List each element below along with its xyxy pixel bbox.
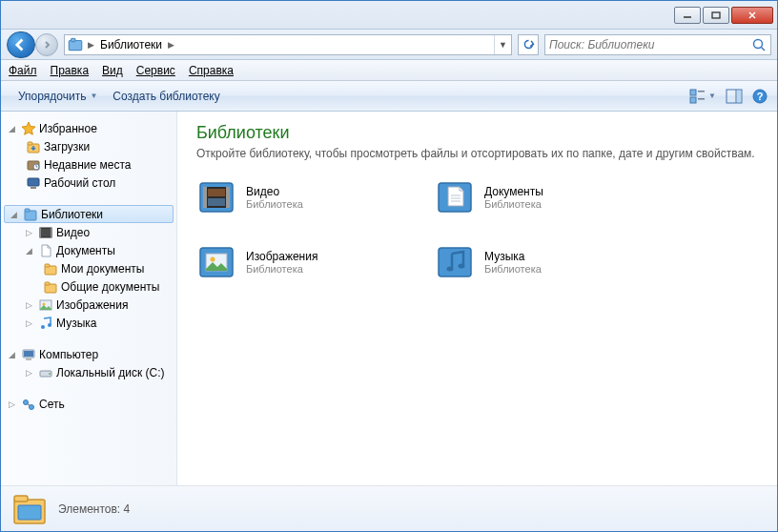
folder-icon xyxy=(43,261,58,276)
tree-favorites[interactable]: ◢Избранное xyxy=(1,119,176,137)
music-library-icon xyxy=(435,242,475,282)
library-video[interactable]: ВидеоБиблиотека xyxy=(196,177,435,217)
back-button[interactable] xyxy=(7,31,35,58)
svg-rect-11 xyxy=(698,98,705,100)
library-pictures[interactable]: ИзображенияБиблиотека xyxy=(196,242,435,282)
libraries-icon xyxy=(23,207,38,222)
address-bar[interactable]: ▶ Библиотеки ▶ ▼ xyxy=(64,34,512,55)
tree-computer[interactable]: ◢Компьютер xyxy=(1,345,176,363)
details-pane: Элементов: 4 xyxy=(1,485,777,531)
svg-rect-62 xyxy=(14,496,28,501)
new-library-button[interactable]: Создать библиотеку xyxy=(105,87,227,106)
explorer-window: ▶ Библиотеки ▶ ▼ Файл Правка Вид Сервис … xyxy=(0,0,778,532)
address-dropdown[interactable]: ▼ xyxy=(494,35,511,54)
menu-bar: Файл Правка Вид Сервис Справка xyxy=(1,60,777,81)
svg-point-59 xyxy=(459,264,465,269)
video-icon xyxy=(38,225,53,240)
body: ◢Избранное Загрузки Недавние места Рабоч… xyxy=(1,112,777,485)
tree-network[interactable]: ▷Сеть xyxy=(1,395,176,413)
library-grid: ВидеоБиблиотека ДокументыБиблиотека Изоб… xyxy=(196,177,758,307)
svg-rect-63 xyxy=(18,505,41,520)
chevron-right-icon[interactable]: ▶ xyxy=(86,40,96,50)
svg-rect-25 xyxy=(40,228,51,237)
forward-button[interactable] xyxy=(35,33,58,56)
library-music[interactable]: МузыкаБиблиотека xyxy=(435,242,673,282)
svg-rect-26 xyxy=(39,228,41,237)
desktop-icon xyxy=(26,175,41,191)
status-count: Элементов: 4 xyxy=(58,502,130,516)
documents-icon xyxy=(38,243,53,258)
svg-text:?: ? xyxy=(757,91,764,102)
documents-library-icon xyxy=(435,177,475,217)
refresh-button[interactable] xyxy=(518,34,539,55)
breadcrumb-libraries[interactable]: Библиотеки xyxy=(96,38,166,51)
svg-rect-22 xyxy=(31,187,36,189)
svg-rect-14 xyxy=(737,91,741,102)
tree-local-disk[interactable]: ▷Локальный диск (C:) xyxy=(1,363,176,381)
svg-point-34 xyxy=(41,325,45,329)
svg-rect-48 xyxy=(208,189,225,196)
minimize-button[interactable] xyxy=(674,7,701,24)
help-button[interactable]: ? xyxy=(752,89,768,104)
tree-music[interactable]: ▷Музыка xyxy=(1,314,176,332)
svg-rect-21 xyxy=(28,178,39,186)
titlebar xyxy=(1,1,777,30)
preview-pane-button[interactable] xyxy=(726,89,743,104)
disk-icon xyxy=(38,365,53,380)
svg-rect-49 xyxy=(208,198,225,206)
page-subtitle: Откройте библиотеку, чтобы просмотреть ф… xyxy=(196,147,758,160)
command-bar: Упорядочить ▼ Создать библиотеку ▼ ? xyxy=(1,81,777,112)
downloads-icon xyxy=(26,139,41,154)
maximize-button[interactable] xyxy=(703,7,729,24)
tree-downloads[interactable]: Загрузки xyxy=(1,137,176,155)
svg-line-7 xyxy=(762,47,766,51)
svg-rect-4 xyxy=(69,40,82,50)
menu-view[interactable]: Вид xyxy=(102,64,123,77)
tree-my-documents[interactable]: Мои документы xyxy=(1,259,176,277)
tree-desktop[interactable]: Рабочий стол xyxy=(1,174,176,192)
menu-tools[interactable]: Сервис xyxy=(136,64,175,77)
menu-file[interactable]: Файл xyxy=(9,64,37,77)
svg-rect-47 xyxy=(226,187,230,208)
tree-pictures[interactable]: ▷Изображения xyxy=(1,296,176,314)
content-pane: Библиотеки Откройте библиотеку, чтобы пр… xyxy=(177,112,777,485)
tree-libraries[interactable]: ◢Библиотеки xyxy=(4,205,174,223)
organize-button[interactable]: Упорядочить ▼ xyxy=(10,87,105,106)
svg-point-6 xyxy=(754,39,763,48)
folder-icon xyxy=(43,279,58,295)
svg-rect-9 xyxy=(698,91,705,92)
libraries-large-icon xyxy=(10,490,49,528)
navigation-pane: ◢Избранное Загрузки Недавние места Рабоч… xyxy=(1,112,177,485)
close-button[interactable] xyxy=(731,7,773,24)
music-icon xyxy=(38,316,53,331)
tree-video[interactable]: ▷Видео xyxy=(1,223,176,241)
recent-icon xyxy=(26,157,41,173)
library-documents[interactable]: ДокументыБиблиотека xyxy=(435,177,673,217)
tree-documents[interactable]: ◢Документы xyxy=(1,241,176,259)
svg-rect-1 xyxy=(712,12,720,18)
svg-line-43 xyxy=(28,403,30,405)
network-icon xyxy=(21,397,36,412)
search-box[interactable] xyxy=(544,34,771,55)
svg-point-35 xyxy=(48,323,51,327)
star-icon xyxy=(21,121,36,136)
svg-rect-29 xyxy=(45,264,50,267)
tree-recent[interactable]: Недавние места xyxy=(1,155,176,174)
page-title: Библиотеки xyxy=(196,123,758,143)
svg-rect-18 xyxy=(28,142,32,145)
menu-help[interactable]: Справка xyxy=(189,64,234,77)
view-mode-button[interactable]: ▼ xyxy=(689,89,716,104)
svg-rect-5 xyxy=(72,38,76,41)
chevron-right-icon[interactable]: ▶ xyxy=(166,40,176,50)
computer-icon xyxy=(21,347,36,362)
libraries-icon xyxy=(67,36,84,53)
search-input[interactable] xyxy=(549,38,751,51)
svg-rect-27 xyxy=(51,228,52,237)
tree-public-documents[interactable]: Общие документы xyxy=(1,277,176,296)
svg-rect-31 xyxy=(45,282,50,285)
video-library-icon xyxy=(196,177,236,217)
svg-point-56 xyxy=(211,257,215,262)
menu-edit[interactable]: Правка xyxy=(51,64,90,77)
svg-rect-8 xyxy=(690,90,696,95)
pictures-library-icon xyxy=(196,242,236,282)
